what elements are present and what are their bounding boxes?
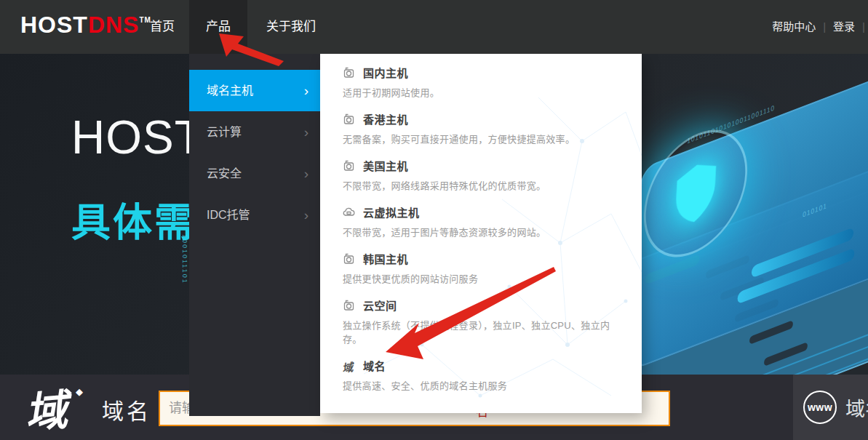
product-title: 云虚拟主机 bbox=[363, 204, 420, 220]
category-domain-hosting[interactable]: 域名主机 › bbox=[189, 70, 320, 111]
category-idc-hosting[interactable]: IDC托管 › bbox=[189, 194, 320, 236]
www-globe-icon: www bbox=[803, 391, 837, 424]
category-label: IDC托管 bbox=[207, 209, 250, 221]
shield-icon bbox=[664, 148, 726, 239]
top-navbar: HOSTDNSTM 首页 产品 关于我们 帮助中心|登录| bbox=[0, 0, 868, 54]
domain-label: 域名 bbox=[102, 393, 151, 425]
nav-divider: | bbox=[862, 20, 865, 33]
product-desc: 不限带宽，适用于图片等静态资源较多的网站。 bbox=[343, 225, 623, 239]
chevron-right-icon: › bbox=[304, 111, 308, 153]
domain-calligraphy-icon: 域 bbox=[342, 359, 356, 372]
category-label: 云计算 bbox=[207, 126, 242, 138]
chevron-right-icon: › bbox=[304, 70, 308, 111]
category-label: 域名主机 bbox=[207, 84, 253, 97]
nav-right-links: 帮助中心|登录| bbox=[765, 0, 865, 54]
product-desc: 无需备案，购买可直接开通使用，方便快捷提高效率。 bbox=[343, 132, 623, 145]
product-desc: 提供高速、安全、优质的域名主机服务 bbox=[343, 378, 623, 392]
server-icon bbox=[342, 159, 356, 172]
cloud-icon bbox=[342, 206, 356, 219]
mega-menu-sidebar: 域名主机 › 云计算 › 云安全 › IDC托管 › bbox=[189, 54, 320, 416]
category-label: 云安全 bbox=[207, 167, 242, 180]
diamond-dot: ◆ bbox=[76, 386, 83, 397]
nav-home[interactable]: 首页 bbox=[138, 0, 186, 54]
domain-right-label: 域名 bbox=[845, 393, 868, 422]
product-title: 香港主机 bbox=[363, 111, 408, 127]
annotation-arrow-products bbox=[215, 26, 287, 67]
annotation-arrow-domain bbox=[377, 263, 559, 362]
menu-item-domain[interactable]: 域 域名 提供高速、安全、优质的域名主机服务 bbox=[342, 358, 623, 392]
category-cloud-computing[interactable]: 云计算 › bbox=[189, 111, 320, 153]
nav-login[interactable]: 登录 bbox=[826, 20, 862, 33]
server-icon bbox=[342, 252, 356, 265]
nav-help-center[interactable]: 帮助中心 bbox=[765, 20, 823, 33]
menu-item-cloud-virtual-hosting[interactable]: 云虚拟主机 不限带宽，适用于图片等静态资源较多的网站。 bbox=[342, 204, 623, 239]
product-desc: 不限带宽，网络线路采用特殊优化的优质带宽。 bbox=[343, 178, 623, 192]
server-icon bbox=[342, 113, 356, 126]
logo-host: HOST bbox=[20, 12, 88, 38]
chevron-right-icon: › bbox=[304, 153, 308, 194]
product-title: 美国主机 bbox=[363, 158, 408, 173]
chevron-right-icon: › bbox=[304, 194, 308, 236]
product-title: 国内主机 bbox=[363, 65, 408, 80]
server-icon bbox=[342, 66, 356, 79]
logo-dns: DNS bbox=[88, 12, 140, 38]
menu-item-domestic-hosting[interactable]: 国内主机 适用于初期网站使用。 bbox=[342, 65, 623, 99]
domain-calligraphy-glyph: 域 bbox=[22, 376, 69, 440]
logo[interactable]: HOSTDNSTM bbox=[20, 12, 151, 39]
www-icon-label: www bbox=[807, 401, 833, 413]
category-cloud-security[interactable]: 云安全 › bbox=[189, 153, 320, 194]
binary-column: 1001011101 bbox=[181, 234, 188, 284]
server-icon bbox=[342, 299, 356, 312]
product-desc: 适用于初期网站使用。 bbox=[343, 85, 623, 99]
menu-item-us-hosting[interactable]: 美国主机 不限带宽，网络线路采用特殊优化的优质带宽。 bbox=[342, 158, 623, 192]
menu-item-hongkong-hosting[interactable]: 香港主机 无需备案，购买可直接开通使用，方便快捷提高效率。 bbox=[342, 111, 623, 145]
